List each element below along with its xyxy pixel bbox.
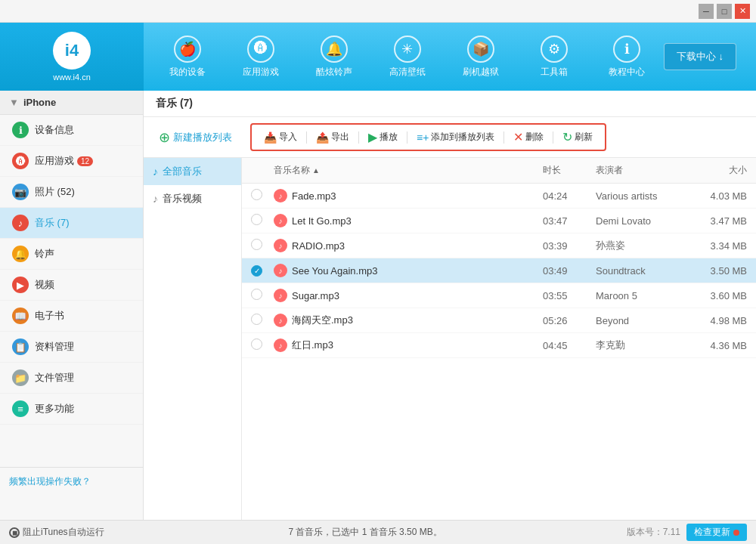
action-group: 📥 导入 📤 导出 ▶ 播放 ≡+ 添加到播放列表 xyxy=(250,123,606,151)
add-playlist-icon: ≡+ xyxy=(417,131,429,144)
logo-area: i4 www.i4.cn xyxy=(0,23,144,91)
separator-1 xyxy=(306,131,307,144)
sidebar-item-device-info[interactable]: ℹ 设备信息 xyxy=(0,115,143,146)
sidebar-item-video[interactable]: ▶ 视频 xyxy=(0,270,143,301)
ebooks-icon: 📖 xyxy=(12,308,29,324)
close-button[interactable]: ✕ xyxy=(735,4,750,19)
song-name-7: ♪ 红日.mp3 xyxy=(274,338,543,352)
export-label: 导出 xyxy=(331,131,349,144)
row-checkbox[interactable] xyxy=(251,338,274,352)
checkbox-7[interactable] xyxy=(251,338,262,350)
sidebar: ▼ iPhone ℹ 设备信息 🅐 应用游戏12 📷 照片 (52) ♪ 音乐 … xyxy=(0,91,144,520)
table-row[interactable]: ♪ Fade.mp3 04:24 Various artists 4.03 MB xyxy=(242,184,756,209)
separator-2 xyxy=(358,131,359,144)
music-note-icon: ♪ xyxy=(274,314,287,327)
table-row[interactable]: ✓ ♪ See You Again.mp3 03:49 Soundtrack 3… xyxy=(242,258,756,283)
nav-item-ringtones[interactable]: 🔔 酷炫铃声 xyxy=(304,29,364,85)
nav-item-jailbreak[interactable]: 📦 刷机越狱 xyxy=(451,29,511,85)
song-duration-3: 03:39 xyxy=(543,240,596,252)
stop-itunes-button[interactable]: ◼ 阻止iTunes自动运行 xyxy=(9,526,104,539)
music-note-icon: ♪ xyxy=(274,189,287,202)
bottom-bar: ◼ 阻止iTunes自动运行 7 首音乐，已选中 1 首音乐 3.50 MB。 … xyxy=(0,520,756,544)
music-category-all-music[interactable]: ♪ 全部音乐 xyxy=(144,158,241,185)
data-mgmt-icon: 📋 xyxy=(12,338,29,355)
export-button[interactable]: 📤 导出 xyxy=(311,128,354,146)
row-checkbox[interactable] xyxy=(251,214,274,227)
song-size-6: 4.98 MB xyxy=(686,315,747,326)
import-icon: 📥 xyxy=(264,131,277,144)
checkbox-4[interactable]: ✓ xyxy=(251,265,262,277)
photos-label: 照片 (52) xyxy=(35,185,75,199)
check-update-button[interactable]: 检查更新 xyxy=(686,524,747,541)
song-filename: Let It Go.mp3 xyxy=(292,215,352,227)
play-button[interactable]: ▶ 播放 xyxy=(364,128,402,147)
checkbox-2[interactable] xyxy=(251,214,262,225)
table-row[interactable]: ♪ 红日.mp3 04:45 李克勤 4.36 MB xyxy=(242,333,756,358)
sidebar-item-data-mgmt[interactable]: 📋 资料管理 xyxy=(0,332,143,363)
file-mgmt-icon: 📁 xyxy=(12,369,29,386)
separator-3 xyxy=(407,131,407,144)
checkbox-6[interactable] xyxy=(251,314,262,325)
apps-badge: 12 xyxy=(77,156,93,166)
row-checkbox[interactable]: ✓ xyxy=(251,264,274,277)
sidebar-item-ringtones[interactable]: 🔔 铃声 xyxy=(0,239,143,270)
row-checkbox[interactable] xyxy=(251,189,274,202)
nav-item-my-device[interactable]: 🍎 我的设备 xyxy=(157,29,218,85)
minimize-button[interactable]: ─ xyxy=(699,4,714,19)
song-name-1: ♪ Fade.mp3 xyxy=(274,189,543,202)
nav-item-tools[interactable]: ⚙ 工具箱 xyxy=(524,29,584,85)
update-dot xyxy=(733,530,739,536)
checkbox-3[interactable] xyxy=(251,239,262,250)
import-button[interactable]: 📥 导入 xyxy=(259,128,302,146)
apps-games-label: 应用游戏 xyxy=(243,66,279,79)
row-checkbox[interactable] xyxy=(251,239,274,252)
sidebar-item-more[interactable]: ≡ 更多功能 xyxy=(0,394,143,425)
checkbox-1[interactable] xyxy=(251,189,262,200)
row-checkbox[interactable] xyxy=(251,314,274,327)
new-playlist-button[interactable]: ⊕ 新建播放列表 xyxy=(153,126,238,149)
song-artist-6: Beyond xyxy=(596,315,686,326)
video-label: 视频 xyxy=(35,278,54,292)
song-name-5: ♪ Sugar.mp3 xyxy=(274,289,543,302)
title-bar: ─ □ ✕ xyxy=(0,0,756,23)
toolbar: ⊕ 新建播放列表 📥 导入 📤 导出 ▶ 播放 xyxy=(144,117,756,158)
refresh-button[interactable]: ↻ 刷新 xyxy=(558,128,597,147)
device-info-label: 设备信息 xyxy=(35,123,74,137)
nav-item-wallpapers[interactable]: ✳ 高清壁纸 xyxy=(377,29,438,85)
content-area: 音乐 (7) ⊕ 新建播放列表 📥 导入 📤 导出 ▶ xyxy=(144,91,756,520)
sidebar-item-music[interactable]: ♪ 音乐 (7) xyxy=(0,208,143,239)
music-note-icon: ♪ xyxy=(274,289,287,302)
sidebar-item-ebooks[interactable]: 📖 电子书 xyxy=(0,301,143,332)
sidebar-item-photos[interactable]: 📷 照片 (52) xyxy=(0,177,143,208)
logo-circle: i4 xyxy=(53,32,91,70)
music-category-music-video[interactable]: ♪ 音乐视频 xyxy=(144,185,241,212)
ringtones-icon: 🔔 xyxy=(321,36,348,63)
frequent-fail-button[interactable]: 频繁出现操作失败？ xyxy=(0,467,144,496)
photos-icon: 📷 xyxy=(12,184,29,200)
stop-icon: ◼ xyxy=(9,527,20,538)
header-name[interactable]: 音乐名称 ▲ xyxy=(274,164,543,177)
tutorials-icon: ℹ xyxy=(613,36,640,63)
song-size-7: 4.36 MB xyxy=(686,340,747,351)
download-center-button[interactable]: 下载中心 ↓ xyxy=(664,43,736,70)
sidebar-item-file-mgmt[interactable]: 📁 文件管理 xyxy=(0,363,143,394)
checkbox-5[interactable] xyxy=(251,289,262,300)
new-playlist-label: 新建播放列表 xyxy=(173,131,232,144)
sidebar-item-apps[interactable]: 🅐 应用游戏12 xyxy=(0,146,143,177)
add-to-playlist-button[interactable]: ≡+ 添加到播放列表 xyxy=(412,128,499,146)
song-size-3: 3.34 MB xyxy=(686,240,747,252)
row-checkbox[interactable] xyxy=(251,289,274,302)
music-list: 音乐名称 ▲ 时长 表演者 大小 ♪ Fade.mp3 04:24 Variou… xyxy=(242,158,756,520)
table-row[interactable]: ♪ RADIO.mp3 03:39 孙燕姿 3.34 MB xyxy=(242,233,756,258)
nav-item-apps-games[interactable]: 🅐 应用游戏 xyxy=(231,29,291,85)
delete-button[interactable]: ✕ 删除 xyxy=(509,128,548,147)
maximize-button[interactable]: □ xyxy=(717,4,732,19)
more-icon: ≡ xyxy=(12,400,29,417)
music-video-icon: ♪ xyxy=(153,193,158,205)
music-note-icon: ♪ xyxy=(274,239,287,252)
table-row[interactable]: ♪ Sugar.mp3 03:55 Maroon 5 3.60 MB xyxy=(242,283,756,308)
nav-item-tutorials[interactable]: ℹ 教程中心 xyxy=(596,29,657,85)
music-label: 音乐 (7) xyxy=(35,216,70,230)
table-row[interactable]: ♪ Let It Go.mp3 03:47 Demi Lovato 3.47 M… xyxy=(242,209,756,233)
table-row[interactable]: ♪ 海阔天空.mp3 05:26 Beyond 4.98 MB xyxy=(242,308,756,333)
